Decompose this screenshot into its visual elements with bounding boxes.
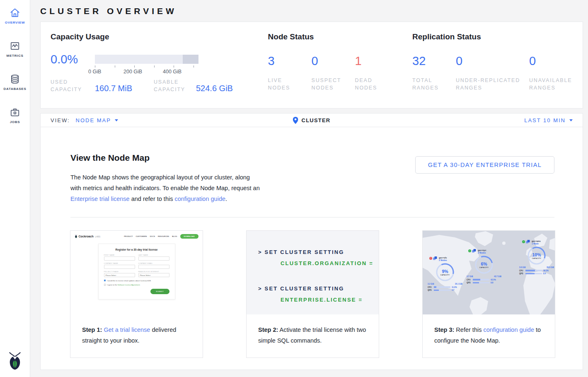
step-2-card: > SET CLUSTER SETTING CLUSTER.ORGANIZATI… — [246, 230, 379, 358]
map-cluster-ams: ✓ geo=ams1 Node 10%CAPACITY 3.6 GiB36.6 … — [519, 240, 554, 275]
warning-dot-icon: ! — [429, 257, 432, 260]
step-1-caption: Step 1: Get a trial license delivered st… — [82, 324, 191, 346]
mini-site-nav: PRODUCT CUSTOMERS DOCS RESOURCES BLOG DO… — [124, 234, 198, 239]
step-3-node-map-preview: ! geo=sfo2 Nodes 9%CAPACITY 3.2 GiB35.1 … — [423, 231, 555, 314]
unavailable-ranges-stat: 0 UNAVAILABLE RANGES — [529, 54, 573, 92]
step-3-card: ! geo=sfo2 Nodes 9%CAPACITY 3.2 GiB35.1 … — [422, 230, 555, 358]
node-map-heading: View the Node Map — [70, 153, 150, 163]
breadcrumb-cluster: CLUSTER — [293, 114, 331, 127]
cockroachdb-logo — [0, 351, 30, 372]
sidebar-item-metrics[interactable]: METRICS — [0, 41, 30, 58]
node-status-title: Node Status — [268, 32, 412, 41]
sidebar-item-label: METRICS — [0, 54, 30, 58]
sidebar-item-overview[interactable]: OVERVIEW — [0, 7, 30, 24]
axis-tick-label: 200 GiB — [123, 69, 142, 75]
suspect-nodes-stat: 0 SUSPECT NODES — [312, 54, 355, 92]
time-range-dropdown[interactable]: LAST 10 MIN — [524, 117, 573, 123]
axis-tick — [95, 65, 95, 68]
configuration-guide-link[interactable]: configuration guide — [483, 326, 534, 333]
view-selector-dropdown[interactable]: NODE MAP — [76, 117, 118, 123]
mini-trial-form: Register for a 30-day trial license FIRS… — [98, 244, 175, 300]
view-label: VIEW: — [51, 117, 70, 123]
get-trial-license-link[interactable]: Get a trial license — [104, 326, 150, 333]
total-ranges-stat: 32 TOTAL RANGES — [412, 54, 456, 92]
mini-download-button: DOWNLOAD — [180, 234, 198, 239]
capacity-bar-end-segment — [183, 55, 198, 64]
healthy-dot-icon: ✓ — [468, 249, 471, 252]
sidebar-item-databases[interactable]: DATABASES — [0, 74, 30, 91]
nodes-icon — [433, 256, 437, 260]
cockroachdb-admin-ui: OVERVIEW METRICS DATABASES JOBS — [0, 0, 588, 377]
capacity-usage-section: Capacity Usage 0.0% 0 GiB — [51, 32, 268, 98]
step-1-screenshot: CockroachLABS PRODUCT CUSTOMERS DOCS RES… — [70, 231, 203, 314]
mini-cockroach-logo: CockroachLABS — [75, 234, 100, 238]
briefcase-icon — [10, 107, 20, 118]
node-map-description: The Node Map shows the geographical layo… — [70, 172, 260, 204]
chevron-down-icon — [569, 119, 573, 121]
axis-tick — [194, 65, 194, 68]
axis-tick — [154, 65, 155, 68]
sidebar-item-jobs[interactable]: JOBS — [0, 107, 30, 124]
database-icon — [10, 74, 20, 85]
metrics-chart-icon — [10, 41, 20, 51]
dead-nodes-stat: 1 DEAD NODES — [355, 54, 399, 92]
live-nodes-stat: 3 LIVE NODES — [268, 54, 312, 92]
section-divider — [70, 217, 554, 218]
used-capacity-label: USED CAPACITY — [51, 78, 95, 93]
sidebar-item-label: JOBS — [0, 120, 30, 124]
usable-capacity-value: 524.6 GiB — [196, 84, 233, 93]
map-cluster-sfo: ! geo=sfo2 Nodes 9%CAPACITY 3.2 GiB35.1 … — [426, 256, 464, 291]
replication-status-section: Replication Status 32 TOTAL RANGES 0 UND… — [412, 32, 573, 98]
chevron-down-icon — [115, 119, 118, 121]
axis-tick — [174, 65, 174, 68]
steps-row: CockroachLABS PRODUCT CUSTOMERS DOCS RES… — [70, 230, 555, 358]
axis-tick — [115, 65, 115, 68]
step-3-caption: Step 3: Refer this configuration guide t… — [434, 324, 543, 346]
used-capacity-value: 160.7 MiB — [95, 84, 132, 93]
capacity-usage-title: Capacity Usage — [51, 32, 268, 41]
main-content: CLUSTER OVERVIEW Capacity Usage 0.0% — [30, 0, 588, 375]
home-icon — [10, 7, 20, 18]
capacity-axis: 0 GiB 200 GiB 400 GiB — [95, 64, 198, 76]
step-1-card: CockroachLABS PRODUCT CUSTOMERS DOCS RES… — [70, 230, 203, 358]
capacity-bar: 0 GiB 200 GiB 400 GiB — [95, 53, 198, 76]
axis-tick-label: 400 GiB — [163, 69, 181, 75]
healthy-dot-icon: ✓ — [522, 240, 525, 243]
configuration-guide-link[interactable]: configuration guide — [174, 196, 225, 202]
enterprise-trial-button[interactable]: GET A 30-DAY ENTERPRISE TRIAL — [415, 156, 554, 174]
capacity-ring: 9%CAPACITY — [435, 262, 455, 282]
nodes-icon — [472, 249, 476, 253]
view-bar: VIEW: NODE MAP CLUSTER LAST 10 MIN — [40, 113, 583, 127]
cluster-summary-card: Capacity Usage 0.0% 0 GiB — [40, 22, 583, 109]
sidebar: OVERVIEW METRICS DATABASES JOBS — [0, 0, 30, 377]
axis-tick-label: 0 GiB — [88, 69, 101, 75]
sidebar-item-label: OVERVIEW — [0, 21, 30, 24]
enterprise-trial-license-link[interactable]: Enterprise trial license — [70, 196, 130, 202]
capacity-ring: 10%CAPACITY — [527, 246, 547, 266]
mini-submit-button: SUBMIT — [150, 289, 169, 294]
map-cluster-nyc: ✓ geo=nyc2 Nodes 6%CAPACITY 3.7 GiB43.7 … — [465, 249, 503, 284]
under-replicated-ranges-stat: 0 UNDER-REPLICATED RANGES — [456, 54, 529, 92]
sidebar-item-label: DATABASES — [0, 87, 30, 91]
node-status-section: Node Status 3 LIVE NODES 0 SUSPECT NODE — [268, 32, 412, 98]
capacity-ring: 6%CAPACITY — [474, 255, 494, 275]
nodes-icon — [526, 240, 530, 244]
replication-status-title: Replication Status — [412, 32, 573, 41]
usable-capacity-label: USABLE CAPACITY — [154, 78, 196, 93]
axis-tick — [134, 65, 135, 68]
step-2-sql-commands: > SET CLUSTER SETTING CLUSTER.ORGANIZATI… — [247, 231, 379, 314]
node-map-card: View the Node Map The Node Map shows the… — [40, 127, 583, 370]
page-title: CLUSTER OVERVIEW — [40, 6, 588, 16]
map-pin-icon — [293, 117, 298, 124]
step-2-caption: Step 2: Activate the trial license with … — [258, 324, 367, 346]
